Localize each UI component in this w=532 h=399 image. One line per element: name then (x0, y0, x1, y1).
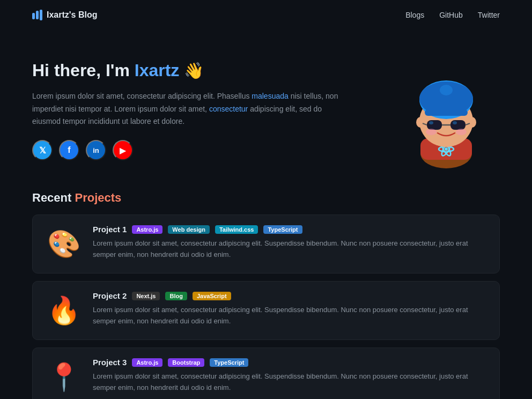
projects-title-before: Recent (32, 191, 75, 204)
hero-link-consectetur[interactable]: consectetur (209, 105, 248, 113)
project-card: 🎨 Project 1 Astro.jsWeb designTailwind.c… (32, 215, 500, 274)
project-tag: Astro.js (132, 225, 162, 234)
svg-rect-15 (450, 120, 466, 130)
project-content: Project 1 Astro.jsWeb designTailwind.css… (93, 225, 487, 261)
linkedin-icon: in (93, 146, 99, 154)
logo-text: Ixartz's Blog (47, 10, 98, 20)
project-icon: 🔥 (45, 291, 83, 330)
project-tag: Bootstrap (168, 358, 204, 367)
project-card: 📍 Project 3 Astro.jsBootstrapTypeScript … (32, 348, 500, 399)
social-twitter-button[interactable]: 𝕏 (32, 140, 53, 160)
social-links: 𝕏 f in ▶ (32, 140, 343, 160)
project-tag: TypeScript (263, 225, 302, 234)
project-name: Project 1 (93, 225, 127, 234)
navigation: Ixartz's Blog Blogs GitHub Twitter (0, 0, 532, 30)
hero-title: Hi there, I'm Ixartz 👋 (32, 61, 343, 80)
projects-title-accent: Projects (75, 191, 121, 204)
project-header: Project 2 Next.jsBlogJavaScript (93, 291, 487, 300)
hero-body: Lorem ipsum dolor sit amet, consectetur … (32, 90, 343, 128)
facebook-icon: f (68, 145, 70, 155)
svg-point-22 (456, 129, 467, 135)
avatar (393, 51, 500, 169)
hero-greeting: Hi there, I'm (32, 61, 135, 80)
project-icon: 🎨 (45, 225, 83, 263)
hero-section: Hi there, I'm Ixartz 👋 Lorem ipsum dolor… (0, 30, 532, 186)
svg-point-9 (468, 117, 476, 128)
project-desc: Lorem ipsum dolor sit amet, consectetur … (93, 305, 487, 327)
project-tag: Astro.js (132, 358, 162, 367)
social-linkedin-button[interactable]: in (86, 140, 106, 160)
project-card: 🔥 Project 2 Next.jsBlogJavaScript Lorem … (32, 281, 500, 340)
project-tag: Next.js (132, 292, 160, 300)
project-content: Project 2 Next.jsBlogJavaScript Lorem ip… (93, 291, 487, 327)
logo-link[interactable]: Ixartz's Blog (32, 10, 98, 20)
svg-point-19 (429, 121, 433, 124)
svg-point-21 (426, 129, 437, 135)
project-tag: Web design (168, 225, 210, 234)
project-desc: Lorem ipsum dolor sit amet, consectetur … (93, 371, 487, 394)
project-desc: Lorem ipsum dolor sit amet, consectetur … (93, 238, 487, 261)
svg-point-5 (445, 147, 448, 151)
logo-icon (32, 10, 42, 20)
project-name: Project 2 (93, 291, 127, 300)
project-tag: JavaScript (193, 292, 231, 300)
twitter-icon: 𝕏 (39, 145, 46, 156)
nav-twitter[interactable]: Twitter (478, 11, 500, 19)
project-name: Project 3 (93, 358, 127, 367)
hero-text: Hi there, I'm Ixartz 👋 Lorem ipsum dolor… (32, 61, 343, 160)
projects-list: 🎨 Project 1 Astro.jsWeb designTailwind.c… (32, 215, 500, 399)
nav-github[interactable]: GitHub (439, 11, 463, 19)
hero-wave: 👋 (184, 62, 204, 79)
svg-rect-14 (427, 120, 442, 130)
social-youtube-button[interactable]: ▶ (113, 140, 133, 160)
project-tag: Tailwind.css (215, 225, 258, 234)
nav-links: Blogs GitHub Twitter (405, 11, 500, 19)
projects-title: Recent Projects (32, 191, 500, 205)
project-content: Project 3 Astro.jsBootstrapTypeScript Lo… (93, 358, 487, 394)
nav-blogs[interactable]: Blogs (405, 11, 424, 19)
project-tag: Blog (165, 292, 187, 300)
project-tag: TypeScript (210, 358, 248, 367)
hero-body-before: Lorem ipsum dolor sit amet, consectetur … (32, 92, 252, 100)
svg-point-8 (416, 117, 425, 128)
svg-point-20 (453, 121, 457, 124)
projects-section: Recent Projects 🎨 Project 1 Astro.jsWeb … (0, 186, 532, 399)
hero-link-malesuada[interactable]: malesuada (252, 92, 289, 100)
social-facebook-button[interactable]: f (59, 140, 79, 160)
svg-point-13 (440, 85, 453, 95)
youtube-icon: ▶ (120, 145, 126, 156)
project-icon: 📍 (45, 358, 83, 396)
hero-name: Ixartz (135, 61, 180, 80)
svg-rect-12 (425, 109, 468, 116)
project-header: Project 3 Astro.jsBootstrapTypeScript (93, 358, 487, 367)
project-header: Project 1 Astro.jsWeb designTailwind.css… (93, 225, 487, 234)
